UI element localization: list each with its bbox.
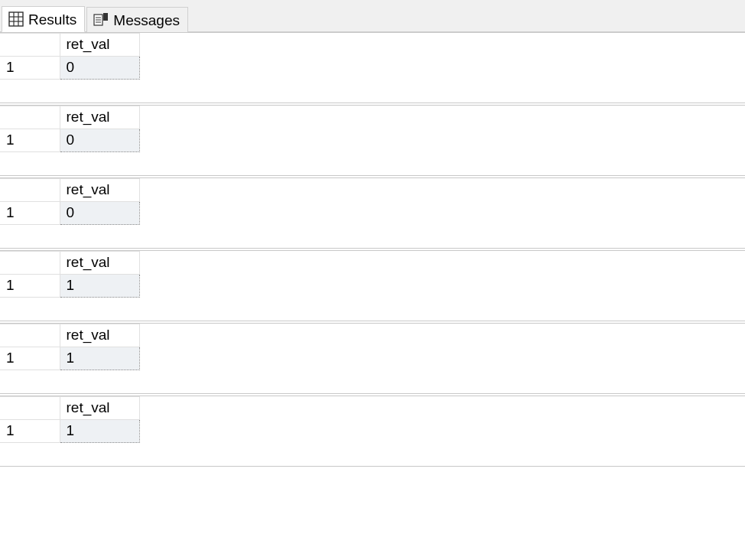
column-header[interactable]: ret_val: [60, 324, 139, 347]
svg-rect-0: [9, 12, 23, 26]
cell-value[interactable]: 1: [60, 347, 139, 370]
table-row[interactable]: 1 1: [0, 420, 139, 443]
result-set: ret_val 1 0: [0, 32, 745, 103]
result-set: ret_val 1 1: [0, 250, 745, 321]
result-grid[interactable]: ret_val 1 1: [0, 396, 140, 443]
table-row[interactable]: 1 0: [0, 57, 139, 80]
cell-value[interactable]: 0: [60, 202, 139, 225]
result-grid[interactable]: ret_val 1 1: [0, 251, 140, 298]
result-set: ret_val 1 1: [0, 323, 745, 394]
row-number[interactable]: 1: [0, 57, 60, 80]
grid-corner[interactable]: [0, 397, 60, 420]
tab-results-label: Results: [28, 12, 76, 27]
cell-value[interactable]: 1: [60, 275, 139, 298]
result-grid[interactable]: ret_val 1 1: [0, 324, 140, 370]
row-number[interactable]: 1: [0, 129, 60, 152]
cell-value[interactable]: 0: [60, 129, 139, 152]
result-set: ret_val 1 0: [0, 105, 745, 176]
table-row[interactable]: 1 0: [0, 129, 139, 152]
result-set: ret_val 1 0: [0, 177, 745, 249]
row-number[interactable]: 1: [0, 420, 60, 443]
column-header[interactable]: ret_val: [60, 106, 139, 129]
cell-value[interactable]: 0: [60, 57, 139, 80]
tab-results[interactable]: Results: [2, 6, 85, 32]
result-sets: ret_val 1 0 ret_val 1 0: [0, 32, 745, 467]
tab-messages-label: Messages: [113, 13, 180, 28]
grid-corner[interactable]: [0, 252, 60, 275]
column-header[interactable]: ret_val: [60, 252, 139, 275]
grid-corner[interactable]: [0, 34, 60, 57]
grid-icon: [8, 11, 24, 27]
row-number[interactable]: 1: [0, 202, 60, 225]
result-grid[interactable]: ret_val 1 0: [0, 106, 140, 152]
tab-bar: Results Messages: [0, 0, 745, 32]
tab-messages[interactable]: Messages: [86, 7, 188, 32]
table-row[interactable]: 1 1: [0, 275, 139, 298]
svg-rect-9: [103, 13, 108, 21]
row-number[interactable]: 1: [0, 347, 60, 370]
table-row[interactable]: 1 1: [0, 347, 139, 370]
column-header[interactable]: ret_val: [60, 397, 139, 420]
grid-corner[interactable]: [0, 106, 60, 129]
messages-icon: [93, 12, 109, 28]
result-grid[interactable]: ret_val 1 0: [0, 178, 140, 225]
cell-value[interactable]: 1: [60, 420, 139, 443]
result-grid[interactable]: ret_val 1 0: [0, 33, 140, 80]
result-set: ret_val 1 1: [0, 396, 745, 467]
column-header[interactable]: ret_val: [60, 34, 139, 57]
grid-corner[interactable]: [0, 179, 60, 202]
row-number[interactable]: 1: [0, 275, 60, 298]
table-row[interactable]: 1 0: [0, 202, 139, 225]
grid-corner[interactable]: [0, 324, 60, 347]
column-header[interactable]: ret_val: [60, 179, 139, 202]
